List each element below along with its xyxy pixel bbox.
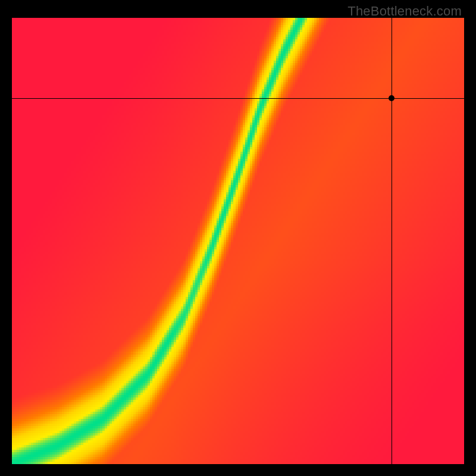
watermark-text: TheBottleneck.com — [347, 4, 462, 19]
heatmap-plot — [12, 18, 464, 464]
chart-container: TheBottleneck.com — [0, 0, 476, 476]
crosshair-horizontal — [12, 98, 464, 99]
heatmap-canvas — [12, 18, 464, 464]
crosshair-vertical — [392, 18, 392, 464]
selection-marker — [389, 95, 394, 101]
